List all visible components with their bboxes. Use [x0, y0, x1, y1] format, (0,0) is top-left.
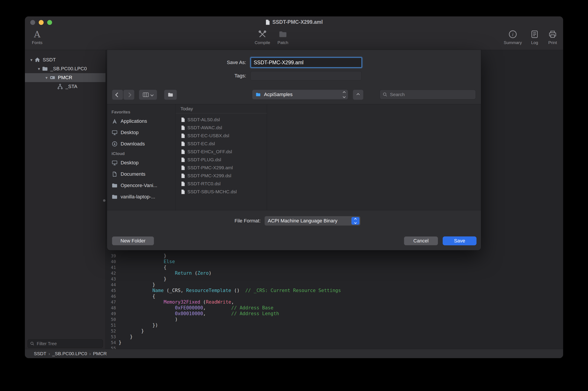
window-title: SSDT-PMC-X299.aml: [25, 19, 563, 25]
code-line: 45 Name (_CRS, ResourceTemplate () // _C…: [106, 288, 563, 293]
file-item-ssdt-sbus-mchc-dsl[interactable]: SSDT-SBUS-MCHC.dsl: [176, 188, 267, 196]
blue-folder-icon: [255, 92, 261, 97]
docfile-icon: [181, 173, 185, 178]
file-item-label: SSDT-PMC-X299.aml: [187, 165, 233, 170]
place-item-downloads[interactable]: Downloads: [107, 138, 175, 149]
folder-icon: [167, 92, 174, 98]
line-number: 39: [106, 253, 116, 258]
file-item-ssdt-als0-dsl[interactable]: SSDT-ALS0.dsl: [176, 116, 267, 124]
status-bar: SSDT›_SB.PC00.LPC0›PMCR: [25, 349, 563, 358]
location-popup[interactable]: AcpiSamples: [252, 90, 348, 99]
file-item-ssdt-ec-usbx-dsl[interactable]: SSDT-EC-USBX.dsl: [176, 132, 267, 140]
line-number: 47: [106, 299, 116, 304]
branch-icon: [57, 83, 63, 90]
place-item-opencore-vani[interactable]: Opencore-Vani...: [107, 180, 175, 191]
breadcrumb-item[interactable]: PMCR: [93, 351, 107, 356]
breadcrumb-separator: ›: [89, 351, 91, 356]
line-number: 46: [106, 294, 116, 299]
toolbar-summary-button[interactable]: i Summary: [500, 29, 525, 45]
document-icon: [265, 19, 270, 25]
toolbar-print-button[interactable]: Print: [540, 29, 563, 45]
disclosure-triangle-icon[interactable]: ▾: [44, 75, 49, 80]
file-item-ssdt-ec-dsl[interactable]: SSDT-EC.dsl: [176, 140, 267, 148]
view-mode-button[interactable]: [139, 90, 157, 100]
forward-button[interactable]: [123, 90, 134, 100]
place-item-label: Desktop: [121, 130, 139, 135]
file-item-label: SSDT-EHCx_OFF.dsl: [187, 149, 232, 154]
file-format-popup[interactable]: ACPI Machine Language Binary: [265, 216, 360, 225]
breadcrumb-item[interactable]: _SB.PC00.LPC0: [52, 351, 87, 356]
tree-item-ssdt[interactable]: ▾SSDT: [25, 55, 106, 64]
chip-icon: [49, 75, 56, 81]
splitter-handle[interactable]: [103, 199, 106, 202]
filter-tree-field[interactable]: [28, 339, 103, 348]
save-button[interactable]: Save: [443, 236, 476, 245]
docfile-icon: [181, 149, 185, 154]
line-number: 40: [106, 259, 116, 264]
code-text: Return (Zero): [119, 271, 212, 276]
place-item-label: Applications: [121, 118, 147, 124]
file-item-ssdt-pmc-x299-aml[interactable]: SSDT-PMC-X299.aml: [176, 164, 267, 172]
tree-item-sb-pc00-lpc0[interactable]: ▾_SB.PC00.LPC0: [25, 64, 106, 73]
popup-updown-icon: [343, 92, 345, 98]
file-item-ssdt-plug-dsl[interactable]: SSDT-PLUG.dsl: [176, 156, 267, 164]
search-field[interactable]: [380, 90, 476, 99]
chevron-up-icon: [356, 93, 360, 96]
toolbar-patch-label: Patch: [277, 40, 288, 45]
file-item-label: SSDT-RTC0.dsl: [187, 181, 221, 186]
place-item-desktop[interactable]: Desktop: [107, 157, 175, 168]
file-item-ssdt-rtc0-dsl[interactable]: SSDT-RTC0.dsl: [176, 180, 267, 188]
file-group-header: Today: [176, 104, 267, 113]
place-item-documents[interactable]: Documents: [107, 168, 175, 180]
folder-icon: [112, 182, 118, 189]
place-item-vanilla-laptop[interactable]: vanilla-laptop-...: [107, 191, 175, 202]
line-number: 52: [106, 328, 116, 333]
disclosure-triangle-icon[interactable]: ▾: [28, 57, 34, 63]
cancel-button[interactable]: Cancel: [404, 236, 438, 245]
new-folder-button[interactable]: New Folder: [112, 236, 154, 245]
save-as-label: Save As:: [107, 57, 246, 68]
window-title-text: SSDT-PMC-X299.aml: [272, 19, 323, 25]
file-item-ssdt-awac-dsl[interactable]: SSDT-AWAC.dsl: [176, 124, 267, 132]
tree-item-sta[interactable]: ▾_STA: [25, 82, 106, 91]
breadcrumb-item[interactable]: SSDT: [34, 351, 46, 356]
file-column: Today SSDT-ALS0.dslSSDT-AWAC.dslSSDT-EC-…: [176, 104, 267, 210]
line-number: 53: [106, 334, 116, 339]
code-text: }: [119, 282, 155, 287]
code-text: {: [119, 265, 166, 270]
code-line: 55: [106, 345, 563, 349]
code-text: }): [119, 322, 158, 328]
line-number: 50: [106, 317, 116, 322]
code-line: 43 }: [106, 276, 563, 282]
applications-icon: [112, 118, 118, 124]
line-number: 42: [106, 271, 116, 276]
file-item-ssdt-ehcx-off-dsl[interactable]: SSDT-EHCx_OFF.dsl: [176, 148, 267, 156]
toolbar-log-label: Log: [531, 40, 538, 45]
tree-item-pmcr[interactable]: ▾PMCR: [25, 73, 106, 82]
place-item-applications[interactable]: Applications: [107, 115, 175, 127]
place-item-label: Desktop: [121, 160, 139, 166]
file-item-label: SSDT-SBUS-MCHC.dsl: [187, 189, 237, 195]
info-icon: i: [508, 29, 518, 39]
place-item-desktop[interactable]: Desktop: [107, 127, 175, 138]
filter-tree-input[interactable]: [36, 341, 100, 347]
toolbar-patch-button[interactable]: Patch: [271, 29, 295, 45]
docfile-icon: [181, 125, 185, 130]
disclosure-triangle-icon[interactable]: ▾: [36, 66, 42, 71]
chevron-left-icon: [115, 92, 120, 97]
search-input[interactable]: [389, 92, 473, 98]
save-as-input[interactable]: [251, 57, 362, 68]
back-button[interactable]: [112, 90, 123, 100]
place-item-label: Documents: [121, 171, 145, 177]
file-item-ssdt-pmc-x299-dsl[interactable]: SSDT-PMC-X299.dsl: [176, 172, 267, 180]
file-item-label: SSDT-PLUG.dsl: [187, 157, 221, 162]
code-line: 54}: [106, 340, 563, 345]
file-list: SSDT-ALS0.dslSSDT-AWAC.dslSSDT-EC-USBX.d…: [176, 113, 267, 196]
window-header: SSDT-PMC-X299.aml A Fonts Compile Patch …: [25, 16, 563, 50]
toolbar-fonts-button[interactable]: A Fonts: [25, 29, 49, 45]
column-view-icon: [143, 92, 149, 97]
folder-button[interactable]: [164, 90, 177, 100]
tags-input[interactable]: [251, 71, 361, 81]
line-number: 49: [106, 311, 116, 316]
expand-panel-button[interactable]: [353, 90, 363, 100]
